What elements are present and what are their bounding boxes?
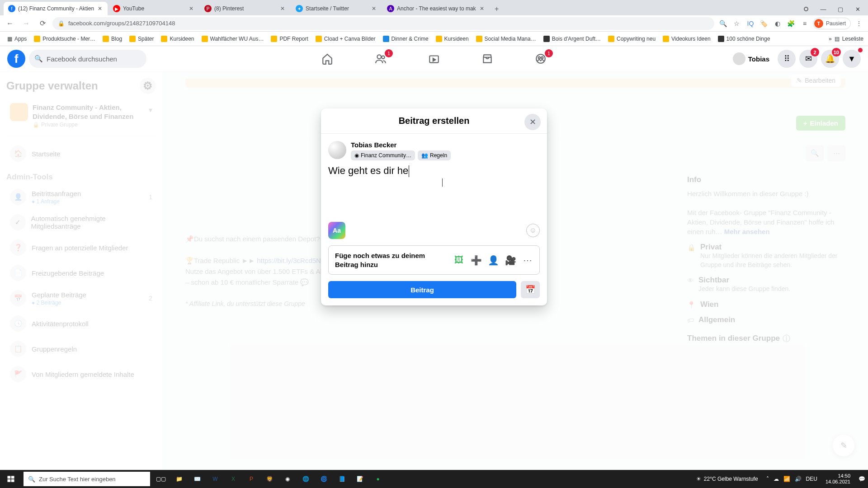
rules-chip[interactable]: 👥Regeln [418,150,451,160]
volume-icon[interactable]: 🔊 [795,476,802,482]
star-icon[interactable]: ☆ [731,18,742,29]
zoom-icon[interactable]: 🔍 [718,18,729,29]
bookmark-item[interactable]: Später [127,34,156,44]
bookmark-item[interactable]: Produktsuche - Mer… [31,34,98,44]
extension-icon[interactable]: IQ [745,18,756,29]
add-room-button[interactable]: ➕ [471,255,481,266]
audience-chip[interactable]: ◉Finanz Community… [351,150,415,160]
language-indicator[interactable]: DEU [806,476,817,482]
taskbar-app-obs[interactable]: ◉ [278,470,297,488]
reading-list-icon[interactable]: ≡ [799,18,810,29]
messenger-button[interactable]: ✉2 [799,50,817,68]
fb-user-chip[interactable]: Tobias [731,51,774,67]
bookmark-item[interactable]: Social Media Mana… [473,34,539,44]
browser-tab-active[interactable]: f (12) Finanz Community - Aktien ✕ [4,2,108,15]
bookmark-item[interactable]: Bois d'Argent Duft… [541,34,604,44]
tray-chevron-icon[interactable]: ˄ [766,476,769,482]
notifications-icon[interactable]: 💬 [859,476,865,482]
browser-tab[interactable]: ▶ YouTube ✕ [108,2,199,15]
bookmark-item[interactable]: Wahlfächer WU Aus… [199,34,267,44]
windows-taskbar: 🔍 Zur Suche Text hier eingeben ▢▢ 📁 ✉️ W… [0,470,868,488]
browser-tab[interactable]: ✦ Startseite / Twitter ✕ [291,2,382,15]
weather-widget[interactable]: ☀22°C Gelbe Warnstufe [693,476,762,482]
profile-dot-icon[interactable] [798,3,814,15]
bookmark-item[interactable]: Cload + Canva Bilder [313,34,378,44]
notifications-button[interactable]: 🔔10 [821,50,839,68]
close-window-icon[interactable]: ✕ [850,3,865,15]
address-bar[interactable]: 🔒 facebook.com/groups/214827109704148 [52,17,714,30]
bookmark-item[interactable]: Kursideen [158,34,197,44]
taskbar-app-explorer[interactable]: 📁 [170,470,188,488]
browser-tab[interactable]: P (8) Pinterest ✕ [200,2,290,15]
extensions-icon[interactable]: 🧩 [786,18,797,29]
close-icon[interactable]: ✕ [279,5,286,12]
minimize-icon[interactable]: — [816,3,831,15]
taskbar-app-brave[interactable]: 🦁 [260,470,278,488]
onedrive-icon[interactable]: ☁ [774,476,779,482]
tab-friends[interactable]: 1 [356,47,406,70]
taskbar-app-spotify[interactable]: ● [369,470,387,488]
schedule-button[interactable]: 📅 [521,281,540,298]
folder-icon [436,36,442,42]
extension-icon[interactable]: ◐ [772,18,783,29]
tab-title: (8) Pinterest [214,5,277,12]
badge [858,48,863,52]
compose-textarea[interactable]: Wie geht es dir he [328,165,540,219]
emoji-button[interactable]: ☺ [526,224,540,237]
tab-watch[interactable] [409,47,459,70]
fb-search-input[interactable]: 🔍 Facebook durchsuchen [29,50,146,68]
browser-tab[interactable]: A Anchor - The easiest way to mak ✕ [382,2,490,15]
author-row: Tobias Becker ◉Finanz Community… 👥Regeln [328,141,540,160]
profile-chip[interactable]: T Pausiert [813,18,851,29]
chevron-right-icon: » [829,36,832,42]
bookmark-item[interactable]: PDF Report [268,34,311,44]
bookmark-item[interactable]: Copywriting neu [605,34,658,44]
compose-toolbar: Aa ☺ [328,222,540,239]
taskbar-search-input[interactable]: 🔍 Zur Suche Text hier eingeben [24,472,150,486]
background-color-button[interactable]: Aa [328,222,345,239]
task-view-button[interactable]: ▢▢ [152,470,170,488]
live-video-button[interactable]: 🎥 [505,255,516,266]
tag-people-button[interactable]: 👤 [488,255,499,266]
post-button[interactable]: Beitrag [328,281,516,298]
tab-home[interactable] [302,47,352,70]
bookmark-item[interactable]: Videokurs Ideen [660,34,713,44]
clock[interactable]: 14:50 14.06.2021 [822,473,854,485]
menu-icon[interactable]: ⋮ [854,18,864,29]
tab-marketplace[interactable] [462,47,512,70]
facebook-logo-icon[interactable]: f [7,50,25,68]
bookmark-apps[interactable]: ▦Apps [5,34,29,44]
taskbar-app[interactable]: 📘 [333,470,351,488]
more-attach-button[interactable]: ⋯ [522,255,533,266]
close-icon[interactable]: ✕ [479,5,485,12]
back-icon[interactable]: ← [4,17,16,30]
taskbar-app-mail[interactable]: ✉️ [188,470,206,488]
taskbar-app-word[interactable]: W [206,470,224,488]
close-icon[interactable]: ✕ [371,5,377,12]
bookmarks-overflow[interactable]: » ▤ Leseliste [829,36,863,42]
tab-groups[interactable]: 1 [516,47,566,70]
new-tab-button[interactable]: + [491,3,503,15]
taskbar-app-chrome[interactable]: 🌐 [297,470,315,488]
taskbar-app-edge[interactable]: 🌀 [315,470,333,488]
bookmark-item[interactable]: Kursideen [433,34,472,44]
taskbar-app-excel[interactable]: X [224,470,242,488]
extension-icon[interactable]: 🏷️ [759,18,769,29]
close-icon[interactable]: ✕ [97,5,103,12]
bookmark-item[interactable]: Dinner & Crime [380,34,431,44]
add-photo-button[interactable]: 🖼 [453,255,464,266]
taskbar-app-powerpoint[interactable]: P [242,470,260,488]
menu-grid-button[interactable]: ⠿ [778,50,796,68]
bookmark-item[interactable]: 100 schöne Dinge [715,34,773,44]
grid-icon: ⠿ [784,54,790,64]
start-button[interactable] [0,470,22,488]
avatar [328,141,346,159]
bookmark-item[interactable]: Blog [100,34,125,44]
reload-icon[interactable]: ⟳ [36,17,49,30]
maximize-icon[interactable]: ▢ [833,3,848,15]
close-icon[interactable]: ✕ [188,5,194,12]
account-menu-button[interactable]: ▼ [843,50,861,68]
wifi-icon[interactable]: 📶 [783,476,790,482]
close-modal-button[interactable]: ✕ [524,114,541,130]
taskbar-app-notepad[interactable]: 📝 [351,470,369,488]
